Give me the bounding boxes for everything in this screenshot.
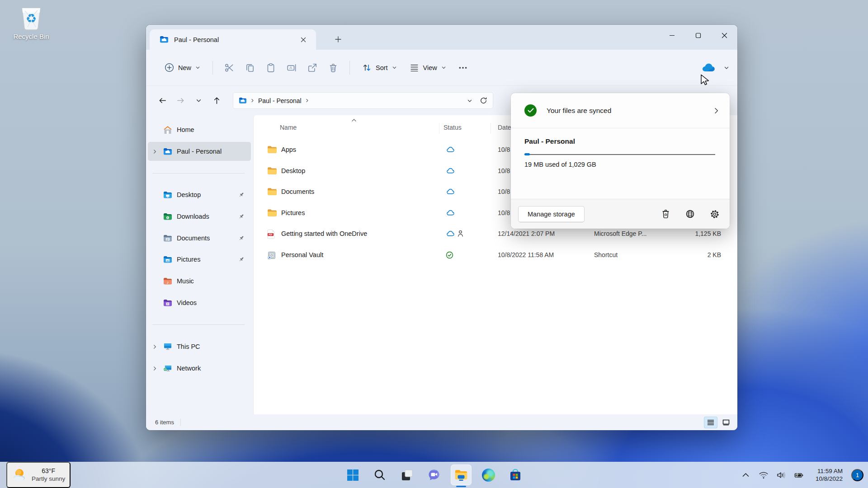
tab-close-button[interactable] [297, 33, 310, 46]
rename-button[interactable]: A [283, 59, 301, 77]
maximize-button[interactable] [685, 25, 711, 46]
onedrive-folder-icon [160, 36, 169, 43]
pin-icon [238, 235, 245, 241]
copy-button[interactable] [241, 59, 259, 77]
sidebar-item-desktop[interactable]: Desktop [148, 185, 251, 204]
synced-check-icon [524, 104, 537, 117]
details-view-toggle[interactable] [704, 417, 717, 428]
recycle-bin[interactable]: ♻ Recycle Bin [6, 4, 56, 40]
mouse-cursor [700, 74, 712, 87]
window-controls [659, 25, 737, 47]
sync-status-row[interactable]: Your files are synced [511, 93, 730, 128]
music-folder-icon: ♪ [163, 277, 172, 285]
flyout-footer: Manage storage ♻ [511, 199, 730, 229]
sidebar-item-music[interactable]: ♪ Music [148, 272, 251, 291]
copy-icon [245, 63, 255, 73]
address-bar[interactable]: Paul - Personal [233, 92, 493, 109]
manage-storage-button[interactable]: Manage storage [518, 206, 585, 222]
notification-badge[interactable]: 1 [851, 469, 863, 481]
column-header-date[interactable]: Date [498, 124, 511, 131]
chevron-right-icon [713, 108, 720, 114]
wifi-button[interactable] [756, 467, 771, 483]
ellipsis-icon [458, 63, 468, 73]
weather-condition: Partly sunny [32, 475, 65, 482]
sidebar-item-network[interactable]: Network [148, 359, 251, 378]
up-button[interactable] [208, 93, 225, 109]
column-header-status[interactable]: Status [443, 124, 462, 131]
weather-icon [12, 468, 27, 482]
expand-chevron-icon[interactable] [151, 366, 159, 371]
microsoft-store-icon [509, 469, 522, 481]
tray-overflow-button[interactable] [739, 467, 753, 483]
sidebar-item-videos[interactable]: Videos [148, 293, 251, 312]
taskbar: 63°F Partly sunny [0, 462, 868, 488]
start-button[interactable] [342, 465, 363, 485]
file-explorer-button[interactable] [451, 465, 472, 485]
tab-paul-personal[interactable]: Paul - Personal [150, 29, 316, 50]
pictures-folder-icon [163, 256, 172, 263]
sidebar-item-home[interactable]: Home [148, 120, 251, 139]
onedrive-settings-button[interactable] [710, 209, 720, 219]
task-view-button[interactable] [396, 465, 417, 485]
expand-chevron-icon[interactable] [151, 149, 159, 154]
back-button[interactable] [154, 93, 170, 109]
paste-button[interactable] [262, 59, 280, 77]
sidebar-item-paul-personal[interactable]: Paul - Personal [148, 142, 251, 161]
svg-text:♻: ♻ [664, 213, 667, 217]
breadcrumb-path[interactable]: Paul - Personal [258, 97, 302, 104]
sidebar-item-this-pc[interactable]: This PC [148, 337, 251, 356]
large-icons-view-toggle[interactable] [719, 417, 733, 428]
task-view-icon [401, 469, 413, 481]
onedrive-folder-icon [163, 148, 172, 155]
new-button[interactable]: New [160, 59, 205, 76]
sort-button[interactable]: Sort [357, 59, 402, 76]
downloads-folder-icon [163, 213, 172, 221]
refresh-button[interactable] [478, 95, 489, 106]
breadcrumb-chevron-icon [305, 99, 309, 103]
network-icon [163, 364, 172, 372]
cut-button[interactable] [220, 59, 238, 77]
status-cloud-icon [446, 230, 455, 237]
battery-button[interactable] [792, 467, 806, 483]
more-options-button[interactable] [454, 59, 472, 77]
onedrive-recycle-bin-button[interactable]: ♻ [661, 209, 670, 219]
file-explorer-icon [454, 469, 468, 481]
weather-widget[interactable]: 63°F Partly sunny [6, 462, 71, 488]
expand-chevron-icon[interactable] [151, 344, 159, 349]
folder-icon [267, 145, 277, 154]
weather-temp: 63°F [42, 467, 55, 474]
search-button[interactable] [369, 465, 390, 485]
onedrive-flyout: Your files are synced Paul - Personal 19… [511, 93, 730, 229]
pin-icon [238, 192, 245, 198]
sidebar-item-documents[interactable]: Documents [148, 229, 251, 248]
battery-charging-icon [794, 472, 803, 479]
teams-chat-button[interactable] [424, 465, 444, 485]
sidebar-item-pictures[interactable]: Pictures [148, 250, 251, 269]
command-toolbar: New A Sor [146, 50, 737, 86]
share-button[interactable] [303, 59, 321, 77]
file-row-personal-vault[interactable]: Personal Vault 10/8/2022 11:58 AM Shortc… [254, 245, 737, 266]
storage-usage-text: 19 MB used of 1,029 GB [524, 161, 718, 168]
volume-button[interactable] [774, 467, 788, 483]
microsoft-store-button[interactable] [505, 465, 526, 485]
onedrive-folder-icon [239, 97, 247, 104]
column-header-name[interactable]: Name [280, 124, 297, 131]
onedrive-web-button[interactable] [685, 209, 695, 219]
view-button[interactable]: View [405, 59, 451, 76]
sidebar-item-downloads[interactable]: Downloads [148, 207, 251, 226]
close-button[interactable] [711, 25, 737, 46]
forward-button[interactable] [172, 93, 189, 109]
folder-icon [267, 188, 277, 196]
gear-icon [710, 209, 720, 219]
address-dropdown-button[interactable] [465, 96, 474, 105]
desktop-folder-icon [163, 191, 172, 199]
onedrive-status-button[interactable] [698, 59, 719, 76]
new-tab-button[interactable] [330, 32, 346, 47]
delete-button[interactable] [324, 59, 342, 77]
chevron-down-icon [467, 98, 472, 103]
recent-locations-button[interactable] [190, 93, 207, 109]
edge-button[interactable] [478, 465, 499, 485]
sort-icon [362, 63, 372, 72]
clock[interactable]: 11:59 AM 10/8/2022 [813, 467, 845, 483]
minimize-button[interactable] [659, 25, 685, 46]
